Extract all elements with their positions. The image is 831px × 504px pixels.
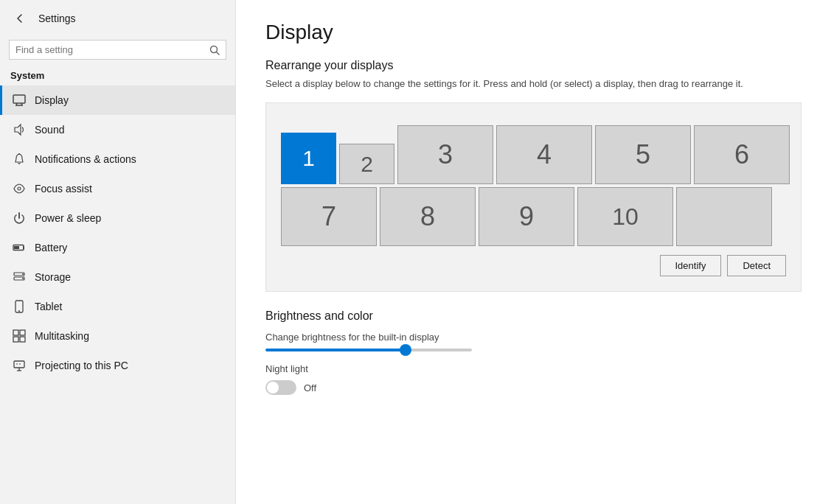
main-content: Display Rearrange your displays Select a… [236,0,831,504]
battery-icon [13,241,26,254]
monitor-11[interactable] [676,187,772,246]
system-section-label: System [0,66,235,85]
svg-rect-10 [14,246,19,249]
svg-rect-2 [13,95,25,103]
sidebar-item-battery[interactable]: Battery [0,233,235,262]
multitasking-icon [13,329,26,343]
svg-line-1 [217,52,220,55]
projecting-icon [13,359,26,372]
monitor-grid: 1 2 3 4 5 6 7 8 9 10 [281,125,786,246]
sidebar: Settings System Display [0,0,236,504]
display-area: 1 2 3 4 5 6 7 8 9 10 Identify Detect [265,102,802,292]
sidebar-item-focus[interactable]: Focus assist [0,174,235,203]
sidebar-item-storage-label: Storage [35,271,71,283]
monitor-9[interactable]: 9 [479,187,574,246]
sidebar-item-notifications-label: Notifications & actions [35,153,136,165]
nav-list: Display Sound Notifications & actions [0,85,235,380]
brightness-section: Brightness and color Change brightness f… [265,309,802,395]
back-icon [15,14,24,23]
night-light-toggle[interactable] [265,380,296,395]
detect-button[interactable]: Detect [727,255,786,276]
display-icon [13,94,26,107]
brightness-title: Brightness and color [265,309,802,323]
sidebar-title: Settings [38,13,76,24]
svg-point-13 [22,273,24,275]
sidebar-item-multitasking-label: Multitasking [35,330,89,342]
sound-icon [13,123,26,136]
toggle-knob [267,382,279,393]
sidebar-item-notifications[interactable]: Notifications & actions [0,144,235,174]
monitor-4[interactable]: 4 [496,125,592,184]
monitor-row-2: 7 8 9 10 [281,187,772,246]
brightness-slider-track[interactable] [265,349,472,351]
sidebar-item-projecting-label: Projecting to this PC [35,360,128,371]
monitor-1[interactable]: 1 [281,133,336,184]
sidebar-item-power[interactable]: Power & sleep [0,203,235,233]
sidebar-item-tablet[interactable]: Tablet [0,292,235,321]
night-light-state: Off [304,382,316,393]
sidebar-item-focus-label: Focus assist [35,183,92,195]
svg-rect-20 [20,337,25,342]
brightness-label: Change brightness for the built-in displ… [265,332,802,343]
monitor-6[interactable]: 6 [694,125,790,184]
svg-rect-18 [20,330,25,335]
sidebar-item-sound[interactable]: Sound [0,115,235,144]
sidebar-item-sound-label: Sound [35,124,64,136]
sidebar-item-display-label: Display [35,94,69,106]
svg-point-7 [18,153,20,155]
search-box [9,40,226,60]
night-light-toggle-row: Off [265,380,802,395]
monitor-2[interactable]: 2 [339,144,394,184]
search-input[interactable] [15,44,205,55]
svg-rect-17 [13,330,18,335]
focus-icon [13,182,26,195]
identify-button[interactable]: Identify [660,255,722,276]
display-buttons: Identify Detect [281,255,786,276]
monitor-10[interactable]: 10 [577,187,673,246]
storage-icon [13,270,26,284]
svg-point-14 [22,278,24,279]
sidebar-item-storage[interactable]: Storage [0,262,235,292]
tablet-icon [13,300,26,313]
svg-point-16 [18,310,20,312]
sidebar-item-display[interactable]: Display [0,85,235,115]
rearrange-desc: Select a display below to change the set… [265,78,802,89]
night-light-label: Night light [265,363,802,374]
sidebar-header: Settings [0,0,235,37]
svg-marker-6 [15,125,21,135]
svg-rect-19 [13,337,18,342]
monitor-3[interactable]: 3 [397,125,493,184]
monitor-7[interactable]: 7 [281,187,377,246]
page-title: Display [265,21,802,44]
brightness-slider-thumb[interactable] [400,344,411,356]
notifications-icon [13,153,26,166]
sidebar-item-projecting[interactable]: Projecting to this PC [0,351,235,380]
search-icon [209,45,220,55]
power-icon [13,211,26,225]
rearrange-title: Rearrange your displays [265,59,802,72]
sidebar-item-multitasking[interactable]: Multitasking [0,321,235,351]
monitor-row-1: 1 2 3 4 5 6 [281,125,790,184]
back-button[interactable] [9,7,31,29]
sidebar-item-tablet-label: Tablet [35,301,62,312]
monitor-5[interactable]: 5 [595,125,691,184]
svg-point-8 [18,187,21,190]
sidebar-item-power-label: Power & sleep [35,212,101,224]
sidebar-item-battery-label: Battery [35,242,67,253]
monitor-8[interactable]: 8 [380,187,476,246]
